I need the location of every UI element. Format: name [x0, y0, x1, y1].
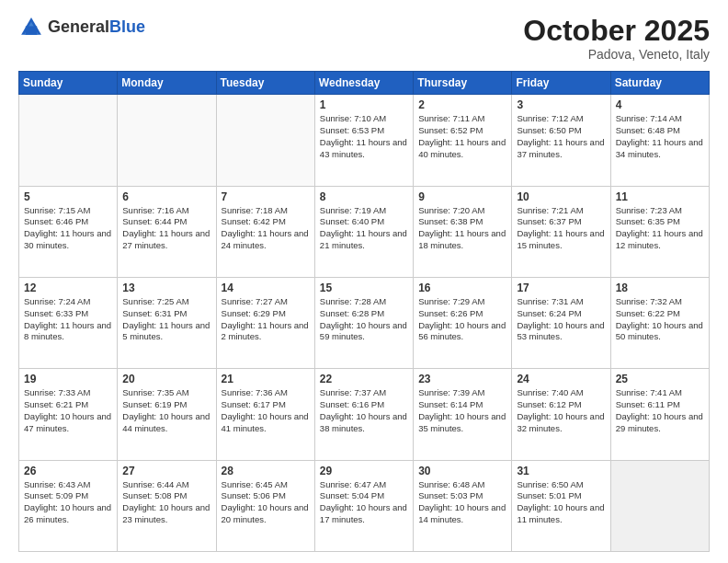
- calendar-cell: 28Sunrise: 6:45 AM Sunset: 5:06 PM Dayli…: [216, 460, 314, 551]
- calendar-header-row: SundayMondayTuesdayWednesdayThursdayFrid…: [19, 72, 710, 95]
- day-number: 21: [222, 373, 310, 385]
- day-info: Sunrise: 7:23 AM Sunset: 6:35 PM Dayligh…: [616, 205, 704, 252]
- day-number: 30: [418, 465, 506, 477]
- day-number: 4: [616, 98, 704, 111]
- day-info: Sunrise: 7:14 AM Sunset: 6:48 PM Dayligh…: [616, 113, 704, 160]
- weekday-header: Saturday: [610, 72, 709, 95]
- calendar-cell: 6Sunrise: 7:16 AM Sunset: 6:44 PM Daylig…: [118, 186, 216, 277]
- weekday-header: Friday: [512, 72, 610, 95]
- calendar-cell: 17Sunrise: 7:31 AM Sunset: 6:24 PM Dayli…: [512, 277, 610, 368]
- calendar-cell: 26Sunrise: 6:43 AM Sunset: 5:09 PM Dayli…: [19, 460, 118, 551]
- calendar-cell: 4Sunrise: 7:14 AM Sunset: 6:48 PM Daylig…: [610, 95, 709, 186]
- day-number: 23: [418, 373, 506, 385]
- day-number: 28: [222, 465, 310, 477]
- day-number: 8: [320, 190, 408, 203]
- day-number: 27: [122, 465, 210, 477]
- day-number: 20: [122, 373, 210, 385]
- day-number: 14: [222, 282, 310, 294]
- day-number: 9: [418, 190, 506, 203]
- weekday-header: Wednesday: [314, 72, 413, 95]
- day-info: Sunrise: 6:50 AM Sunset: 5:01 PM Dayligh…: [517, 479, 605, 526]
- page: GeneralBlue October 2025 Padova, Veneto,…: [0, 0, 728, 563]
- day-number: 2: [418, 98, 506, 111]
- day-number: 15: [320, 282, 408, 294]
- day-info: Sunrise: 7:39 AM Sunset: 6:14 PM Dayligh…: [418, 387, 506, 434]
- calendar-cell: 29Sunrise: 6:47 AM Sunset: 5:04 PM Dayli…: [314, 460, 413, 551]
- day-number: 13: [122, 282, 210, 294]
- calendar-cell: 24Sunrise: 7:40 AM Sunset: 6:12 PM Dayli…: [512, 369, 610, 460]
- calendar-cell: [610, 460, 709, 551]
- calendar-cell: 31Sunrise: 6:50 AM Sunset: 5:01 PM Dayli…: [512, 460, 610, 551]
- calendar-cell: 14Sunrise: 7:27 AM Sunset: 6:29 PM Dayli…: [216, 277, 314, 368]
- logo-text: GeneralBlue: [48, 18, 145, 37]
- day-info: Sunrise: 7:15 AM Sunset: 6:46 PM Dayligh…: [24, 205, 112, 252]
- calendar-cell: 9Sunrise: 7:20 AM Sunset: 6:38 PM Daylig…: [414, 186, 512, 277]
- day-info: Sunrise: 7:16 AM Sunset: 6:44 PM Dayligh…: [122, 205, 210, 252]
- location: Padova, Veneto, Italy: [523, 47, 710, 62]
- calendar-cell: 13Sunrise: 7:25 AM Sunset: 6:31 PM Dayli…: [118, 277, 216, 368]
- calendar-cell: 22Sunrise: 7:37 AM Sunset: 6:16 PM Dayli…: [314, 369, 413, 460]
- calendar-cell: 8Sunrise: 7:19 AM Sunset: 6:40 PM Daylig…: [314, 186, 413, 277]
- day-info: Sunrise: 7:40 AM Sunset: 6:12 PM Dayligh…: [517, 387, 605, 434]
- day-info: Sunrise: 6:43 AM Sunset: 5:09 PM Dayligh…: [24, 479, 112, 526]
- day-info: Sunrise: 7:24 AM Sunset: 6:33 PM Dayligh…: [24, 296, 112, 343]
- day-info: Sunrise: 7:21 AM Sunset: 6:37 PM Dayligh…: [517, 205, 605, 252]
- logo-icon: [18, 15, 44, 40]
- calendar-week-row: 19Sunrise: 7:33 AM Sunset: 6:21 PM Dayli…: [19, 369, 710, 460]
- day-info: Sunrise: 7:31 AM Sunset: 6:24 PM Dayligh…: [517, 296, 605, 343]
- day-number: 24: [517, 373, 605, 385]
- day-info: Sunrise: 7:20 AM Sunset: 6:38 PM Dayligh…: [418, 205, 506, 252]
- calendar-week-row: 12Sunrise: 7:24 AM Sunset: 6:33 PM Dayli…: [19, 277, 710, 368]
- day-info: Sunrise: 7:28 AM Sunset: 6:28 PM Dayligh…: [320, 296, 408, 343]
- logo: GeneralBlue: [18, 15, 145, 40]
- day-info: Sunrise: 7:36 AM Sunset: 6:17 PM Dayligh…: [222, 387, 310, 434]
- day-number: 11: [616, 190, 704, 203]
- calendar-cell: 11Sunrise: 7:23 AM Sunset: 6:35 PM Dayli…: [610, 186, 709, 277]
- weekday-header: Sunday: [19, 72, 118, 95]
- day-number: 12: [24, 282, 112, 294]
- day-number: 22: [320, 373, 408, 385]
- calendar-cell: 3Sunrise: 7:12 AM Sunset: 6:50 PM Daylig…: [512, 95, 610, 186]
- day-info: Sunrise: 7:18 AM Sunset: 6:42 PM Dayligh…: [222, 205, 310, 252]
- day-number: 3: [517, 98, 605, 111]
- day-info: Sunrise: 7:27 AM Sunset: 6:29 PM Dayligh…: [222, 296, 310, 343]
- day-number: 31: [517, 465, 605, 477]
- title-block: October 2025 Padova, Veneto, Italy: [523, 15, 710, 62]
- day-number: 25: [616, 373, 704, 385]
- calendar-cell: 21Sunrise: 7:36 AM Sunset: 6:17 PM Dayli…: [216, 369, 314, 460]
- calendar-cell: 2Sunrise: 7:11 AM Sunset: 6:52 PM Daylig…: [414, 95, 512, 186]
- calendar-cell: 7Sunrise: 7:18 AM Sunset: 6:42 PM Daylig…: [216, 186, 314, 277]
- day-info: Sunrise: 6:44 AM Sunset: 5:08 PM Dayligh…: [122, 479, 210, 526]
- weekday-header: Thursday: [414, 72, 512, 95]
- calendar-table: SundayMondayTuesdayWednesdayThursdayFrid…: [18, 71, 710, 552]
- day-number: 10: [517, 190, 605, 203]
- calendar-cell: 15Sunrise: 7:28 AM Sunset: 6:28 PM Dayli…: [314, 277, 413, 368]
- logo-blue: Blue: [109, 17, 145, 36]
- calendar-cell: 1Sunrise: 7:10 AM Sunset: 6:53 PM Daylig…: [314, 95, 413, 186]
- day-info: Sunrise: 6:47 AM Sunset: 5:04 PM Dayligh…: [320, 479, 408, 526]
- day-info: Sunrise: 6:45 AM Sunset: 5:06 PM Dayligh…: [222, 479, 310, 526]
- day-number: 29: [320, 465, 408, 477]
- calendar-week-row: 1Sunrise: 7:10 AM Sunset: 6:53 PM Daylig…: [19, 95, 710, 186]
- calendar-cell: 20Sunrise: 7:35 AM Sunset: 6:19 PM Dayli…: [118, 369, 216, 460]
- day-number: 5: [24, 190, 112, 203]
- calendar-cell: 19Sunrise: 7:33 AM Sunset: 6:21 PM Dayli…: [19, 369, 118, 460]
- day-number: 16: [418, 282, 506, 294]
- calendar-cell: [118, 95, 216, 186]
- day-info: Sunrise: 7:37 AM Sunset: 6:16 PM Dayligh…: [320, 387, 408, 434]
- weekday-header: Tuesday: [216, 72, 314, 95]
- day-number: 6: [122, 190, 210, 203]
- day-number: 1: [320, 98, 408, 111]
- day-info: Sunrise: 6:48 AM Sunset: 5:03 PM Dayligh…: [418, 479, 506, 526]
- day-info: Sunrise: 7:35 AM Sunset: 6:19 PM Dayligh…: [122, 387, 210, 434]
- month-title: October 2025: [523, 15, 710, 47]
- header: GeneralBlue October 2025 Padova, Veneto,…: [18, 15, 710, 62]
- day-number: 18: [616, 282, 704, 294]
- calendar-week-row: 26Sunrise: 6:43 AM Sunset: 5:09 PM Dayli…: [19, 460, 710, 551]
- day-info: Sunrise: 7:19 AM Sunset: 6:40 PM Dayligh…: [320, 205, 408, 252]
- weekday-header: Monday: [118, 72, 216, 95]
- day-info: Sunrise: 7:12 AM Sunset: 6:50 PM Dayligh…: [517, 113, 605, 160]
- calendar-cell: 18Sunrise: 7:32 AM Sunset: 6:22 PM Dayli…: [610, 277, 709, 368]
- day-info: Sunrise: 7:10 AM Sunset: 6:53 PM Dayligh…: [320, 113, 408, 160]
- day-number: 19: [24, 373, 112, 385]
